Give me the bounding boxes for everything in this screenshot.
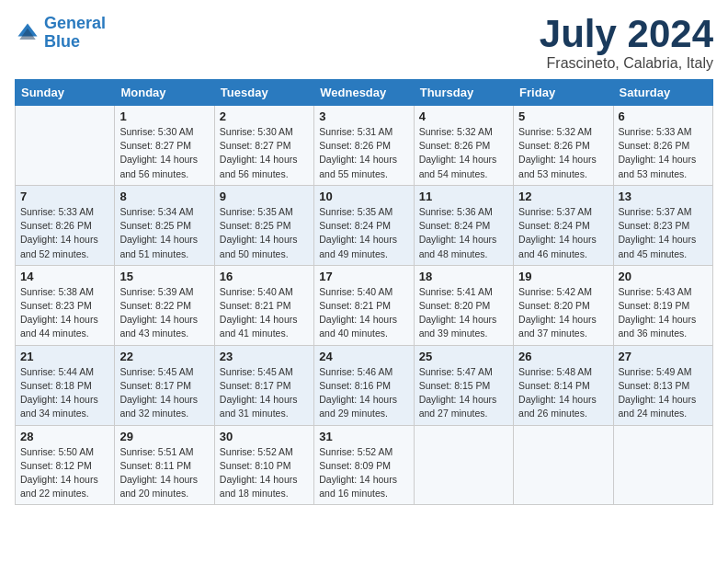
calendar-cell: 2Sunrise: 5:30 AM Sunset: 8:27 PM Daylig… — [214, 106, 313, 186]
logo-text: General Blue — [44, 15, 106, 52]
page-header: General Blue July 2024 Frascineto, Calab… — [15, 15, 713, 72]
weekday-header-cell: Wednesday — [314, 80, 414, 106]
calendar-cell: 3Sunrise: 5:31 AM Sunset: 8:26 PM Daylig… — [314, 106, 414, 186]
calendar-cell: 23Sunrise: 5:45 AM Sunset: 8:17 PM Dayli… — [214, 345, 313, 425]
calendar-cell: 13Sunrise: 5:37 AM Sunset: 8:23 PM Dayli… — [613, 185, 712, 265]
calendar-cell: 27Sunrise: 5:49 AM Sunset: 8:13 PM Dayli… — [613, 345, 712, 425]
day-info: Sunrise: 5:50 AM Sunset: 8:12 PM Dayligh… — [20, 445, 109, 501]
calendar-cell: 9Sunrise: 5:35 AM Sunset: 8:25 PM Daylig… — [214, 185, 313, 265]
day-info: Sunrise: 5:52 AM Sunset: 8:09 PM Dayligh… — [319, 445, 408, 501]
calendar-body: 1Sunrise: 5:30 AM Sunset: 8:27 PM Daylig… — [16, 106, 713, 505]
calendar-cell — [613, 425, 712, 505]
day-info: Sunrise: 5:35 AM Sunset: 8:24 PM Dayligh… — [319, 205, 408, 261]
calendar-week-row: 1Sunrise: 5:30 AM Sunset: 8:27 PM Daylig… — [16, 106, 713, 186]
day-info: Sunrise: 5:51 AM Sunset: 8:11 PM Dayligh… — [119, 445, 209, 501]
day-info: Sunrise: 5:36 AM Sunset: 8:24 PM Dayligh… — [419, 205, 508, 261]
day-info: Sunrise: 5:30 AM Sunset: 8:27 PM Dayligh… — [119, 125, 209, 181]
weekday-header-row: SundayMondayTuesdayWednesdayThursdayFrid… — [16, 80, 713, 106]
calendar-cell — [414, 425, 513, 505]
calendar-week-row: 7Sunrise: 5:33 AM Sunset: 8:26 PM Daylig… — [16, 185, 713, 265]
calendar-week-row: 21Sunrise: 5:44 AM Sunset: 8:18 PM Dayli… — [16, 345, 713, 425]
day-info: Sunrise: 5:48 AM Sunset: 8:14 PM Dayligh… — [518, 365, 608, 421]
day-info: Sunrise: 5:46 AM Sunset: 8:16 PM Dayligh… — [319, 365, 408, 421]
logo: General Blue — [15, 15, 106, 52]
day-info: Sunrise: 5:41 AM Sunset: 8:20 PM Dayligh… — [419, 285, 508, 341]
calendar-cell: 28Sunrise: 5:50 AM Sunset: 8:12 PM Dayli… — [16, 425, 115, 505]
day-number: 2 — [220, 109, 309, 123]
logo-icon — [15, 20, 40, 46]
day-number: 28 — [20, 430, 109, 443]
calendar-cell: 26Sunrise: 5:48 AM Sunset: 8:14 PM Dayli… — [514, 345, 613, 425]
day-info: Sunrise: 5:45 AM Sunset: 8:17 PM Dayligh… — [220, 365, 309, 421]
day-number: 1 — [119, 109, 209, 123]
day-number: 7 — [20, 190, 109, 203]
weekday-header-cell: Monday — [115, 80, 214, 106]
calendar-cell: 12Sunrise: 5:37 AM Sunset: 8:24 PM Dayli… — [514, 185, 613, 265]
calendar-cell: 18Sunrise: 5:41 AM Sunset: 8:20 PM Dayli… — [414, 265, 513, 345]
calendar-cell: 25Sunrise: 5:47 AM Sunset: 8:15 PM Dayli… — [414, 345, 513, 425]
day-info: Sunrise: 5:47 AM Sunset: 8:15 PM Dayligh… — [419, 365, 508, 421]
logo-line1: General — [44, 14, 106, 32]
day-number: 19 — [518, 270, 608, 283]
day-info: Sunrise: 5:40 AM Sunset: 8:21 PM Dayligh… — [319, 285, 408, 341]
day-number: 25 — [419, 350, 508, 363]
day-info: Sunrise: 5:43 AM Sunset: 8:19 PM Dayligh… — [619, 285, 708, 341]
calendar-cell: 7Sunrise: 5:33 AM Sunset: 8:26 PM Daylig… — [16, 185, 115, 265]
day-number: 16 — [220, 270, 309, 283]
calendar-week-row: 28Sunrise: 5:50 AM Sunset: 8:12 PM Dayli… — [16, 425, 713, 505]
day-info: Sunrise: 5:30 AM Sunset: 8:27 PM Dayligh… — [220, 125, 309, 181]
calendar-cell: 19Sunrise: 5:42 AM Sunset: 8:20 PM Dayli… — [514, 265, 613, 345]
weekday-header-cell: Sunday — [16, 80, 115, 106]
day-number: 11 — [419, 190, 508, 203]
day-number: 17 — [319, 270, 408, 283]
calendar-cell: 24Sunrise: 5:46 AM Sunset: 8:16 PM Dayli… — [314, 345, 414, 425]
calendar-cell: 15Sunrise: 5:39 AM Sunset: 8:22 PM Dayli… — [115, 265, 214, 345]
weekday-header-cell: Friday — [514, 80, 613, 106]
calendar-cell: 5Sunrise: 5:32 AM Sunset: 8:26 PM Daylig… — [514, 106, 613, 186]
calendar-week-row: 14Sunrise: 5:38 AM Sunset: 8:23 PM Dayli… — [16, 265, 713, 345]
calendar-cell: 10Sunrise: 5:35 AM Sunset: 8:24 PM Dayli… — [314, 185, 414, 265]
day-info: Sunrise: 5:32 AM Sunset: 8:26 PM Dayligh… — [518, 125, 608, 181]
day-number: 23 — [220, 350, 309, 363]
calendar-cell: 30Sunrise: 5:52 AM Sunset: 8:10 PM Dayli… — [214, 425, 313, 505]
day-number: 21 — [20, 350, 109, 363]
weekday-header-cell: Tuesday — [214, 80, 313, 106]
day-number: 9 — [220, 190, 309, 203]
month-year: July 2024 — [540, 15, 713, 53]
day-info: Sunrise: 5:40 AM Sunset: 8:21 PM Dayligh… — [220, 285, 309, 341]
day-number: 26 — [518, 350, 608, 363]
day-number: 22 — [119, 350, 209, 363]
weekday-header-cell: Saturday — [613, 80, 712, 106]
day-number: 15 — [119, 270, 209, 283]
day-number: 10 — [319, 190, 408, 203]
calendar-cell: 11Sunrise: 5:36 AM Sunset: 8:24 PM Dayli… — [414, 185, 513, 265]
day-info: Sunrise: 5:31 AM Sunset: 8:26 PM Dayligh… — [319, 125, 408, 181]
day-info: Sunrise: 5:52 AM Sunset: 8:10 PM Dayligh… — [220, 445, 309, 501]
day-number: 24 — [319, 350, 408, 363]
calendar-table: SundayMondayTuesdayWednesdayThursdayFrid… — [15, 79, 713, 505]
day-number: 18 — [419, 270, 508, 283]
day-info: Sunrise: 5:33 AM Sunset: 8:26 PM Dayligh… — [20, 205, 109, 261]
calendar-cell: 14Sunrise: 5:38 AM Sunset: 8:23 PM Dayli… — [16, 265, 115, 345]
calendar-cell: 1Sunrise: 5:30 AM Sunset: 8:27 PM Daylig… — [115, 106, 214, 186]
day-number: 14 — [20, 270, 109, 283]
day-number: 3 — [319, 109, 408, 123]
day-number: 31 — [319, 430, 408, 443]
day-number: 20 — [619, 270, 708, 283]
title-block: July 2024 Frascineto, Calabria, Italy — [540, 15, 713, 72]
day-number: 4 — [419, 109, 508, 123]
calendar-cell: 31Sunrise: 5:52 AM Sunset: 8:09 PM Dayli… — [314, 425, 414, 505]
day-info: Sunrise: 5:49 AM Sunset: 8:13 PM Dayligh… — [619, 365, 708, 421]
day-info: Sunrise: 5:39 AM Sunset: 8:22 PM Dayligh… — [119, 285, 209, 341]
day-info: Sunrise: 5:42 AM Sunset: 8:20 PM Dayligh… — [518, 285, 608, 341]
day-info: Sunrise: 5:32 AM Sunset: 8:26 PM Dayligh… — [419, 125, 508, 181]
calendar-cell: 20Sunrise: 5:43 AM Sunset: 8:19 PM Dayli… — [613, 265, 712, 345]
logo-line2: Blue — [44, 32, 80, 51]
day-number: 6 — [619, 109, 708, 123]
day-info: Sunrise: 5:34 AM Sunset: 8:25 PM Dayligh… — [119, 205, 209, 261]
day-info: Sunrise: 5:44 AM Sunset: 8:18 PM Dayligh… — [20, 365, 109, 421]
location: Frascineto, Calabria, Italy — [540, 55, 713, 72]
calendar-cell — [16, 106, 115, 186]
day-number: 30 — [220, 430, 309, 443]
day-number: 5 — [518, 109, 608, 123]
